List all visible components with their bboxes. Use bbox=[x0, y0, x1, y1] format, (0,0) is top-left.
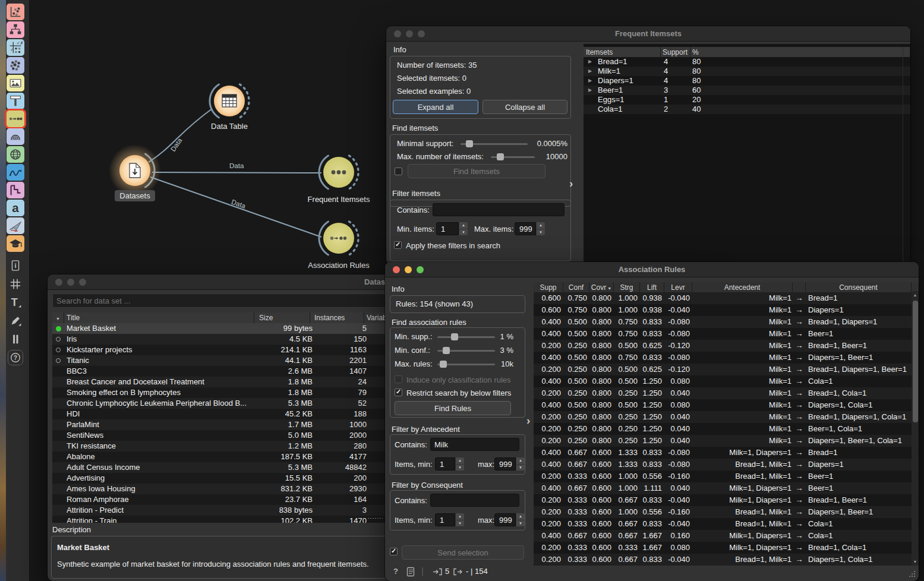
fi-autofind-checkbox[interactable] bbox=[395, 168, 402, 175]
rule-row[interactable]: 0.2000.3330.6001.0000.556-0.160Bread=1, … bbox=[534, 506, 912, 518]
workflow-edges[interactable] bbox=[149, 109, 321, 237]
workflow-node-association-rules[interactable] bbox=[323, 223, 354, 254]
itemsets-col-support[interactable]: Support bbox=[661, 47, 690, 57]
max-itemsets-slider[interactable] bbox=[491, 156, 535, 158]
consequent-items-min-stepper[interactable]: 1 ▲▼ bbox=[435, 513, 464, 526]
itemset-row[interactable]: Cola=1240 bbox=[584, 105, 910, 114]
zoom-icon[interactable] bbox=[79, 279, 86, 286]
splitter-handle[interactable] bbox=[367, 517, 383, 519]
stepper-down-icon[interactable]: ▼ bbox=[537, 229, 545, 236]
rule-row[interactable]: 0.2000.3330.6000.6670.833-0.040Bread=1, … bbox=[534, 518, 912, 530]
rules-col-covr[interactable]: Covr▼ bbox=[589, 282, 614, 292]
itemset-row[interactable]: ▶Diapers=1480 bbox=[584, 76, 910, 86]
stepper-up-icon[interactable]: ▲ bbox=[459, 222, 468, 229]
itemset-row[interactable]: ▶Bread=1480 bbox=[584, 57, 910, 67]
find-itemsets-button[interactable]: Find Itemsets bbox=[408, 164, 545, 178]
consequent-contains-input[interactable] bbox=[430, 494, 519, 507]
min-supp-slider[interactable] bbox=[437, 336, 495, 338]
scroll-up-icon[interactable]: ▲ bbox=[912, 291, 919, 299]
close-icon[interactable] bbox=[55, 279, 62, 286]
datasets-col-instances[interactable]: Instances bbox=[310, 312, 364, 323]
rule-row[interactable]: 0.6000.7500.8001.0000.938-0.040Milk=1→Br… bbox=[534, 292, 912, 304]
rules-col-conf[interactable]: Conf bbox=[563, 282, 589, 292]
rule-row[interactable]: 0.4000.5000.8000.7500.833-0.080Milk=1→Be… bbox=[534, 328, 912, 340]
rule-row[interactable]: 0.4000.5000.8000.5001.2500.080Milk=1→Col… bbox=[534, 375, 912, 387]
expand-all-button[interactable]: Expand all bbox=[393, 100, 478, 114]
rules-col-antecedent[interactable]: Antecedent bbox=[692, 282, 793, 292]
datasets-col-status[interactable]: ▼ bbox=[52, 312, 64, 323]
stepper-down-icon[interactable]: ▼ bbox=[456, 520, 464, 527]
scroll-down-icon[interactable]: ▼ bbox=[912, 558, 919, 566]
max-items-stepper[interactable]: 999 ▲▼ bbox=[515, 222, 545, 235]
ar-collapse-panel-arrow[interactable]: › bbox=[526, 415, 530, 426]
rules-col-strg[interactable]: Strg bbox=[614, 282, 640, 292]
workflow-node-datasets[interactable] bbox=[119, 155, 150, 186]
rule-row[interactable]: 0.4000.6670.6001.0001.1110.040Milk=1, Di… bbox=[534, 482, 912, 494]
resize-grip[interactable] bbox=[909, 570, 915, 577]
rule-row[interactable]: 0.2000.2500.8000.2501.2500.040Milk=1→Dia… bbox=[534, 435, 912, 447]
report-icon[interactable] bbox=[406, 567, 415, 577]
rule-row[interactable]: 0.2000.3330.6000.3331.6670.080Milk=1, Di… bbox=[534, 542, 912, 554]
itemset-row[interactable]: ▶Beer=1360 bbox=[584, 86, 910, 95]
rule-row[interactable]: 0.2000.3330.6001.0000.556-0.160Bread=1, … bbox=[534, 471, 912, 482]
expand-triangle-icon[interactable]: ▶ bbox=[588, 87, 592, 93]
close-icon[interactable] bbox=[393, 266, 400, 273]
rules-col-levr[interactable]: Levr bbox=[664, 282, 692, 292]
minimal-support-slider[interactable] bbox=[461, 143, 528, 145]
fi-titlebar[interactable]: Frequent Itemsets bbox=[386, 26, 910, 42]
rules-col-arrow[interactable] bbox=[793, 282, 806, 292]
workflow-node-data-table[interactable] bbox=[214, 86, 245, 116]
rule-row[interactable]: 0.2000.3330.6000.6670.833-0.040Milk=1, D… bbox=[534, 494, 912, 506]
antecedent-contains-input[interactable] bbox=[430, 438, 519, 451]
itemsets-table-header[interactable]: ItemsetsSupport% bbox=[584, 47, 910, 57]
expand-triangle-icon[interactable]: ▶ bbox=[588, 68, 592, 74]
find-rules-button[interactable]: Find Rules bbox=[395, 401, 511, 415]
rule-row[interactable]: 0.4000.5000.8000.5001.2500.080Milk=1→Dia… bbox=[534, 399, 912, 411]
min-items-stepper[interactable]: 1 ▲▼ bbox=[436, 222, 468, 235]
stepper-up-icon[interactable]: ▲ bbox=[456, 513, 464, 520]
induce-classification-checkbox[interactable] bbox=[395, 375, 402, 383]
rule-row[interactable]: 0.4000.6670.6000.6671.6670.160Milk=1, Di… bbox=[534, 530, 912, 542]
expand-triangle-icon[interactable]: ▶ bbox=[588, 78, 592, 83]
minimize-icon[interactable] bbox=[67, 279, 74, 286]
stepper-down-icon[interactable]: ▼ bbox=[516, 465, 525, 471]
itemsets-scrollbar-track[interactable] bbox=[903, 47, 903, 265]
rules-col-supp[interactable]: Supp bbox=[534, 282, 563, 292]
help-icon[interactable]: ? bbox=[393, 567, 398, 576]
restrict-search-checkbox[interactable] bbox=[395, 389, 402, 396]
apply-filters-checkbox[interactable] bbox=[394, 241, 402, 249]
itemsets-col-itemsets[interactable]: Itemsets bbox=[584, 47, 661, 57]
rule-row[interactable]: 0.2000.2500.8000.2501.2500.040Milk=1→Bre… bbox=[534, 411, 912, 423]
zoom-icon[interactable] bbox=[417, 266, 424, 273]
stepper-down-icon[interactable]: ▼ bbox=[459, 229, 468, 236]
rule-row[interactable]: 0.6000.7500.8001.0000.938-0.040Milk=1→Di… bbox=[534, 304, 912, 316]
rule-row[interactable]: 0.2000.2500.8000.2501.2500.040Milk=1→Bee… bbox=[534, 423, 912, 435]
rule-row[interactable]: 0.4000.6670.6001.3330.833-0.080Milk=1, D… bbox=[534, 447, 912, 459]
stepper-down-icon[interactable]: ▼ bbox=[516, 520, 525, 527]
rule-row[interactable]: 0.4000.5000.8000.7500.833-0.080Milk=1→Di… bbox=[534, 352, 912, 364]
rule-row[interactable]: 0.2000.2500.8000.2501.2500.040Milk=1→Bre… bbox=[534, 387, 912, 399]
fi-collapse-panel-arrow[interactable]: › bbox=[569, 178, 573, 189]
rule-row[interactable]: 0.2000.2500.8000.5000.625-0.120Milk=1→Br… bbox=[534, 340, 912, 352]
itemset-row[interactable]: Eggs=1120 bbox=[584, 95, 910, 105]
datasets-col-title[interactable]: Title bbox=[64, 312, 254, 323]
auto-send-checkbox[interactable] bbox=[390, 548, 398, 555]
stepper-up-icon[interactable]: ▲ bbox=[516, 513, 525, 520]
rule-row[interactable]: 0.4000.5000.8000.7500.833-0.080Milk=1→Br… bbox=[534, 316, 912, 328]
rules-scrollbar[interactable]: ▲ ▼ bbox=[912, 291, 919, 566]
close-icon[interactable] bbox=[394, 30, 401, 37]
rules-table-header[interactable]: SuppConfCovr▼StrgLiftLevrAntecedentConse… bbox=[534, 282, 919, 292]
expand-triangle-icon[interactable]: ▶ bbox=[588, 59, 592, 64]
max-rules-slider[interactable] bbox=[437, 364, 495, 365]
send-selection-button[interactable]: Send selection bbox=[402, 545, 524, 560]
antecedent-items-max-stepper[interactable]: 999 ▲▼ bbox=[494, 457, 525, 471]
rule-row[interactable]: 0.2000.2500.8000.5000.625-0.120Milk=1→Br… bbox=[534, 364, 912, 375]
workflow-node-frequent-itemsets[interactable] bbox=[323, 157, 354, 188]
scrollbar-thumb[interactable] bbox=[913, 301, 918, 422]
consequent-items-max-stepper[interactable]: 999 ▲▼ bbox=[494, 513, 525, 526]
rule-row[interactable]: 0.4000.6670.6001.3330.833-0.080Bread=1, … bbox=[534, 459, 912, 471]
stepper-up-icon[interactable]: ▲ bbox=[537, 222, 545, 229]
min-conf-slider[interactable] bbox=[437, 350, 495, 352]
stepper-up-icon[interactable]: ▲ bbox=[516, 457, 525, 464]
rule-row[interactable]: 0.2000.3330.6000.6670.833-0.040Bread=1, … bbox=[534, 554, 912, 566]
